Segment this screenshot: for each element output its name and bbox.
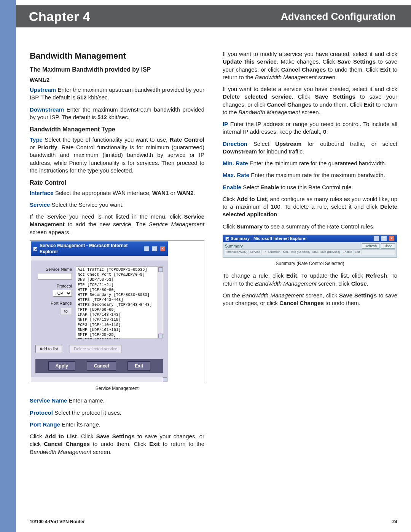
- minimize-icon[interactable]: _: [373, 236, 379, 241]
- term-interface: Interface: [30, 190, 54, 196]
- add-to-list-button[interactable]: Add to list: [35, 345, 62, 353]
- term-enable: Enable: [223, 184, 241, 190]
- list-item[interactable]: POP3 [TCP/110~110]: [78, 323, 157, 328]
- caption-service-management: Service Management: [30, 385, 204, 391]
- col-service: Service: [249, 250, 262, 255]
- ie-icon: ◩: [33, 246, 37, 252]
- scroll-down-icon[interactable]: [158, 334, 163, 338]
- col-interface: Interface(WAN): [225, 250, 249, 255]
- page-footer: 10/100 4-Port VPN Router 24: [30, 519, 397, 524]
- list-item[interactable]: HTTP [TCP/80~80]: [78, 288, 157, 292]
- p-delete-service: If you want to delete a service you have…: [223, 85, 397, 116]
- h2-bandwidth-management: Bandwidth Management: [30, 50, 204, 62]
- list-item[interactable]: IMAP [TCP/143~143]: [78, 312, 157, 317]
- left-accent-stripe: [0, 0, 16, 532]
- refresh-button[interactable]: Refresh: [362, 243, 379, 249]
- list-item[interactable]: DNS [UDP/53~53]: [78, 277, 157, 282]
- list-item[interactable]: HTTP Secondary [TCP/8080~8080]: [78, 292, 157, 297]
- list-item[interactable]: All Traffic [TCP&UDP/1~65535]: [78, 267, 157, 272]
- scroll-up-icon[interactable]: [158, 267, 163, 272]
- list-item[interactable]: HTTPS [TCP/443~443]: [78, 297, 157, 302]
- p-summary: Click Summary to see a summary of the Ra…: [223, 223, 397, 230]
- col-enable: Enable: [341, 250, 354, 255]
- term-max-rate: Max. Rate: [223, 172, 249, 178]
- port-range-to: to: [60, 308, 72, 315]
- col-max-rate: Max. Rate (Kbit/sec): [311, 250, 341, 255]
- term-protocol: Protocol: [30, 409, 53, 416]
- close-button[interactable]: Close: [381, 243, 395, 249]
- p-ip: IP Enter the IP address or range you nee…: [223, 120, 397, 136]
- p-save-settings: On the Bandwidth Management screen, clic…: [223, 292, 397, 307]
- summary-columns: Interface(WAN) Service IP Direction Min.…: [225, 249, 395, 255]
- p-min-rate: Min. Rate Enter the minimum rate for the…: [223, 160, 397, 167]
- term-upstream: Upstream: [30, 86, 56, 93]
- cancel-button[interactable]: Cancel: [87, 361, 116, 371]
- footer-product: 10/100 4-Port VPN Router: [30, 519, 85, 524]
- label-port-range: Port Range: [35, 300, 72, 306]
- h3-max-bandwidth: The Maximum Bandwidth provided by ISP: [30, 66, 204, 74]
- page-number: 24: [392, 519, 397, 524]
- p-port-range: Port Range Enter its range.: [30, 421, 204, 428]
- exit-button[interactable]: Exit: [127, 361, 150, 371]
- list-item[interactable]: Not Check Port [TCP&UDP/0~0]: [78, 272, 157, 277]
- p-direction: Direction Select Upstream for outbound t…: [223, 140, 397, 156]
- section-title: Advanced Configuration: [281, 11, 396, 22]
- window-bottom-scroll[interactable]: [31, 377, 168, 382]
- term-min-rate: Min. Rate: [223, 160, 248, 166]
- list-item[interactable]: NNTP [TCP/119~119]: [78, 317, 157, 322]
- h4-wan12: WAN1/2: [30, 77, 204, 84]
- maximize-icon[interactable]: □: [381, 236, 387, 241]
- list-item[interactable]: TELNET [TCP/23~23]: [78, 337, 157, 339]
- list-item[interactable]: HTTPS Secondary [TCP/8443~8443]: [78, 302, 157, 307]
- h3-bmtype: Bandwidth Management Type: [30, 125, 204, 134]
- p-modify-service: If you want to modify a service you have…: [223, 50, 397, 81]
- p-type: Type Select the type of functionality yo…: [30, 136, 204, 174]
- col-min-rate: Min. Rate (Kbit/sec): [282, 250, 311, 255]
- minimize-icon[interactable]: _: [144, 246, 150, 251]
- apply-button[interactable]: Apply: [48, 361, 75, 371]
- h3-rate-control: Rate Control: [30, 179, 204, 187]
- listbox-scrollbar[interactable]: [158, 267, 163, 339]
- p-service-mgmt: If the Service you need is not listed in…: [30, 213, 204, 236]
- list-item[interactable]: SMTP [TCP/25~25]: [78, 332, 157, 337]
- protocol-select[interactable]: TCP: [53, 290, 72, 297]
- p-enable: Enable Select Enable to use this Rate Co…: [223, 184, 397, 191]
- p-change-rule: To change a rule, click Edit. To update …: [223, 272, 397, 288]
- chapter-title: Chapter 4: [29, 9, 90, 24]
- term-type: Type: [30, 136, 43, 143]
- left-column: Bandwidth Management The Maximum Bandwid…: [30, 50, 204, 514]
- maximize-icon[interactable]: □: [152, 246, 158, 251]
- figure-service-management: ◩ Service Management - Microsoft Interne…: [30, 240, 204, 383]
- list-item[interactable]: SNMP [UDP/161~161]: [78, 328, 157, 332]
- p-downstream: Downstream Enter the maximum downstream …: [30, 106, 204, 121]
- content-columns: Bandwidth Management The Maximum Bandwid…: [30, 50, 397, 514]
- summary-heading: Summary: [225, 243, 243, 249]
- p-protocol: Protocol Select the protocol it uses.: [30, 409, 204, 417]
- service-name-input[interactable]: [38, 273, 72, 280]
- p-upstream: Upstream Enter the maximum upstream band…: [30, 86, 204, 102]
- col-ip: IP: [262, 250, 268, 255]
- close-icon[interactable]: ×: [389, 236, 395, 241]
- right-column: If you want to modify a service you have…: [223, 50, 397, 514]
- term-direction: Direction: [223, 141, 247, 147]
- term-service: Service: [30, 201, 50, 208]
- ie-icon: ◩: [225, 236, 229, 241]
- summary-titlebar: ◩ Summary - Microsoft Internet Explorer …: [223, 235, 397, 242]
- list-item[interactable]: FTP [TCP/21~21]: [78, 283, 157, 288]
- list-item[interactable]: TFTP [UDP/69~69]: [78, 307, 157, 312]
- summary-window-title: Summary - Microsoft Internet Explorer: [231, 236, 307, 241]
- sm-window-title: Service Management - Microsoft Internet …: [40, 243, 139, 255]
- p-add-to-list: Click Add to List. Click Save Settings t…: [30, 433, 204, 456]
- close-icon[interactable]: ×: [160, 246, 166, 251]
- sm-titlebar: ◩ Service Management - Microsoft Interne…: [31, 241, 168, 256]
- col-direction: Direction: [267, 250, 282, 255]
- service-listbox[interactable]: All Traffic [TCP&UDP/1~65535] Not Check …: [76, 267, 163, 339]
- col-edit: Edit: [354, 250, 362, 255]
- term-downstream: Downstream: [30, 106, 64, 113]
- p-service: Service Select the Service you want.: [30, 201, 204, 209]
- label-protocol: Protocol: [35, 283, 72, 289]
- term-port-range: Port Range: [30, 421, 60, 428]
- delete-selected-service-button[interactable]: Delete selected service: [70, 345, 121, 353]
- scroll-down-icon[interactable]: [163, 377, 167, 382]
- p-service-name: Service Name Enter a name.: [30, 397, 204, 404]
